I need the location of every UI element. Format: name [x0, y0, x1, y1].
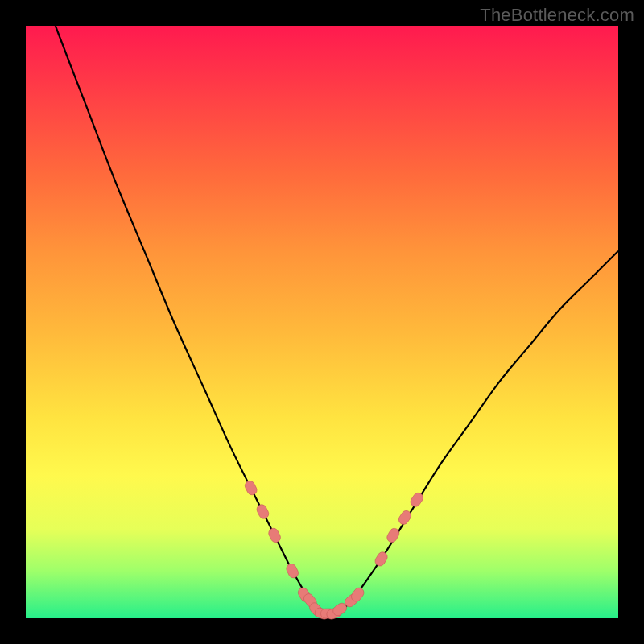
watermark-text: TheBottleneck.com — [480, 5, 634, 26]
chart-frame: TheBottleneck.com — [0, 0, 644, 644]
curve-marker — [285, 562, 300, 579]
curve-marker — [374, 551, 390, 568]
curve-marker — [243, 479, 258, 496]
curve-marker — [386, 526, 401, 544]
curve-marker — [255, 503, 270, 520]
marker-group — [243, 479, 424, 620]
bottleneck-curve-path — [56, 26, 618, 617]
bottleneck-curve-svg — [26, 26, 618, 618]
curve-marker — [267, 526, 283, 543]
